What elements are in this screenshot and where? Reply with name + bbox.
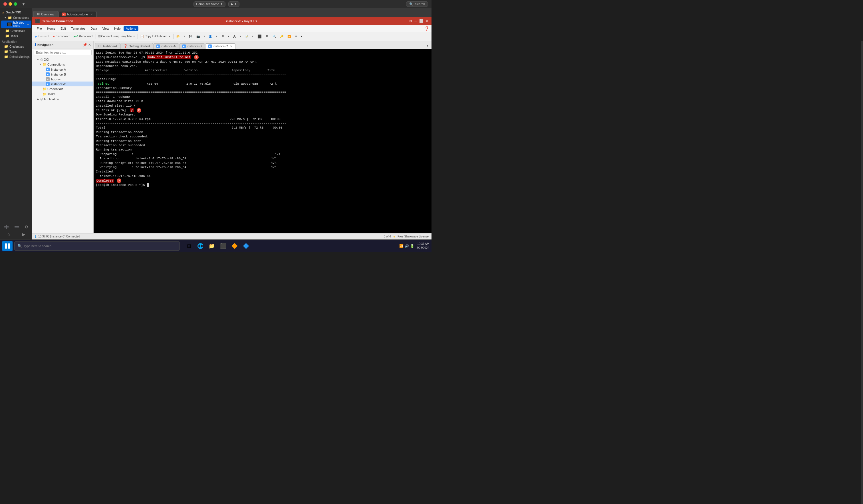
terminal-line-0: Last login: Tue May 28 07:03:02 2024 fro… [96,51,429,55]
tree-instance-a[interactable]: ▶ instance-A [32,67,93,72]
toolbar-camera-dropdown[interactable]: ▼ [202,34,207,38]
chevron-right-icon[interactable]: ▶ [22,232,25,237]
tab-dashboard[interactable]: ⊟ Dashboard [95,43,120,49]
taskbar-app5[interactable]: 🔶 [229,241,240,251]
tab-instance-a[interactable]: ▶ instance-A [153,43,179,49]
sidebar-tasks[interactable]: 📁 Tasks [0,33,32,38]
nav-close-icon[interactable]: ✕ [88,43,91,47]
terminal-output[interactable]: Last login: Tue May 28 07:03:02 2024 fro… [93,49,432,233]
taskbar-task-view[interactable]: ⊞ [184,241,194,251]
toolbar-user-dropdown[interactable]: ▼ [214,34,219,38]
tree-hub-fw[interactable]: ■ hub-fw [32,77,93,81]
toolbar-more-dropdown[interactable]: ▼ [299,34,304,38]
toolbar-user-btn[interactable]: 👤 [207,34,214,39]
playback-control[interactable]: ▶ ▼ [228,1,239,7]
search-bar[interactable]: 🔍 Search [406,1,428,7]
pin-icon[interactable]: 📌 [83,43,87,47]
tabs-overflow-icon[interactable]: ▼ [425,42,430,49]
tab-hub-step-stone[interactable]: ✕ hub-step-stone ✕ [59,11,97,17]
credentials-label: Credentials [11,29,25,33]
maximize-button[interactable] [14,2,17,6]
toolbar-save-btn[interactable]: 💾 [187,34,194,39]
sidebar-oracle-group[interactable]: ▲ Oracle TSX [0,10,32,15]
taskbar-terminal-app[interactable]: ⬛ [218,241,228,251]
toolbar-connect2-btn[interactable]: 🖥 [264,34,270,39]
toolbar-share-btn[interactable]: ⊕ [293,34,299,39]
close-button[interactable] [3,2,7,6]
menu-edit[interactable]: Edit [58,26,68,31]
computer-name-selector[interactable]: Computer Name ▼ [193,1,225,7]
hub-fw-label: hub-fw [51,78,61,81]
outer-tab-close-icon[interactable]: ✕ [90,13,93,16]
menu-right: ❓ [424,26,429,31]
sidebar-hub-step-stone[interactable]: ⬛ hub-step-stone ⏏ [1,21,31,28]
toolbar-font-btn[interactable]: A [232,34,237,39]
copy-clipboard-button[interactable]: 📋 Copy to Clipboard ▼ [139,34,172,39]
menu-home[interactable]: Home [45,26,58,31]
tree-tasks[interactable]: 📁 Tasks [32,91,93,96]
menu-templates[interactable]: Templates [69,26,88,31]
toolbar-note-dropdown[interactable]: ▼ [251,34,255,38]
sidebar-app-tasks[interactable]: 📁 Tasks [0,49,32,54]
taskbar-edge[interactable]: 🌐 [195,241,205,251]
toolbar-camera-btn[interactable]: 📷 [195,34,201,39]
add-icon[interactable]: ➕ [4,225,9,229]
rts-window-titlebar: ⬛ Terminal Connection instance-C - Royal… [32,17,432,25]
toolbar-key-btn[interactable]: 🔑 [278,34,285,39]
start-button[interactable] [2,241,13,251]
tree-application[interactable]: ▶ ◎ Application [32,96,93,102]
help-button[interactable]: ❓ [424,26,429,31]
settings-icon[interactable]: ⚙ [25,225,28,229]
toolbar-note-btn[interactable]: 📝 [243,34,250,39]
tree-instance-b[interactable]: ▶ instance-B [32,72,93,77]
toolbar-folder-btn[interactable]: 📂 [175,34,182,39]
grid-icon: ⊞ [37,12,40,16]
getting-started-icon: ❓ [124,44,127,48]
app-tasks-folder-icon: 📁 [4,50,8,54]
toolbar-monitor-btn[interactable]: 🖥 [220,34,226,39]
toolbar-search-btn[interactable]: 🔍 [271,34,278,39]
tab-instance-b-label: instance-B [187,44,202,48]
close-window-button[interactable]: ✕ [426,19,429,23]
tree-oci[interactable]: ▼ ◎ OCI [32,57,93,62]
tab-getting-started[interactable]: ❓ Getting Started [121,43,153,49]
reconnect-button[interactable]: ▶↺ Reconnect [72,34,95,39]
menu-help[interactable]: Help [112,26,123,31]
toolbar-folder-dropdown[interactable]: ▼ [182,34,187,38]
menu-file[interactable]: File [35,26,44,31]
star-icon[interactable]: ☆ [7,232,11,237]
tree-instance-c[interactable]: ▶ instance-C [32,81,93,86]
sidebar-default-settings[interactable]: 📁 Default Settings [0,54,32,59]
menu-data[interactable]: Data [88,26,99,31]
navigation-panel: ℹ Navigation 📌 ✕ [32,41,93,233]
expand-icon: ▼ [4,16,7,19]
menu-actions[interactable]: Actions [124,26,138,31]
toolbar-stop-btn[interactable]: ⬛ [256,34,263,39]
sidebar-connections[interactable]: ▼ 📁 Connections [0,15,32,20]
toolbar-sep3 [173,34,174,39]
restore-button[interactable]: ⧉ [410,19,412,23]
tab-instance-c[interactable]: ▶ instance-C ✕ [205,43,236,49]
minimize-button[interactable] [9,2,12,6]
toolbar-monitor-dropdown[interactable]: ▼ [226,34,231,38]
tab-instance-c-close-icon[interactable]: ✕ [230,45,232,48]
tree-connections[interactable]: ▼ 📁 Connections [32,62,93,67]
tab-overview[interactable]: ⊞ Overview [34,11,58,17]
taskbar-search-bar[interactable]: 🔍 Type here to search [14,242,180,250]
disconnect-button[interactable]: ■ Disconnect [51,34,71,39]
tab-instance-b[interactable]: ▶ instance-B [179,43,205,49]
tree-credentials[interactable]: 📁 Credentials [32,86,93,91]
toolbar-wifi-btn[interactable]: 📶 [286,34,292,39]
connect-template-button[interactable]: ⊡ Connect using Template ▼ [97,34,136,39]
connect-button[interactable]: ▶ Connect [34,34,51,39]
toolbar-font-dropdown[interactable]: ▼ [238,34,242,38]
minimize-window-button[interactable]: ─ [414,19,417,23]
taskbar-explorer[interactable]: 📁 [207,241,217,251]
menu-view[interactable]: View [100,26,111,31]
maximize-window-button[interactable]: ⬜ [419,19,424,23]
nav-search-input[interactable] [34,50,92,55]
minus-icon[interactable]: ➖ [14,225,19,229]
sidebar-app-credentials[interactable]: 📁 Credentials [0,44,32,49]
sidebar-credentials[interactable]: 📁 Credentials [0,28,32,33]
taskbar-app6[interactable]: 🔷 [241,241,251,251]
